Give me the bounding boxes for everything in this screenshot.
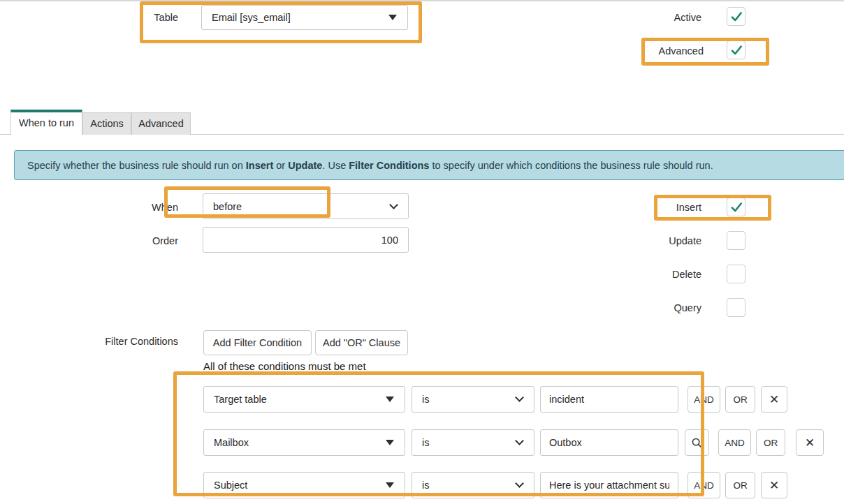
tab-when-to-run[interactable]: When to run: [10, 110, 82, 135]
search-icon: [691, 437, 703, 449]
delete-checkbox[interactable]: [727, 265, 745, 283]
banner-text: or: [273, 160, 288, 171]
table-select[interactable]: Email [sys_email]: [201, 5, 408, 30]
add-filter-condition-button[interactable]: Add Filter Condition: [203, 330, 312, 355]
condition-field-select[interactable]: Target table: [203, 386, 405, 413]
chevron-down-icon: [515, 479, 524, 488]
insert-checkbox-label: Insert: [615, 200, 701, 214]
chevron-down-icon: [515, 436, 524, 445]
query-checkbox[interactable]: [727, 298, 745, 317]
table-field-label: Table: [98, 10, 178, 24]
active-checkbox[interactable]: [727, 7, 745, 26]
condition-operator-value: is: [412, 480, 516, 491]
or-button[interactable]: OR: [725, 472, 755, 498]
and-button[interactable]: AND: [687, 472, 720, 498]
dropdown-triangle-icon: [386, 482, 394, 488]
order-input[interactable]: [203, 227, 409, 253]
when-field-label: When: [126, 200, 178, 214]
banner-text-bold: Insert: [246, 160, 274, 171]
delete-condition-button[interactable]: ✕: [761, 386, 787, 413]
condition-field-value: Target table: [204, 394, 386, 405]
condition-operator-select[interactable]: is: [412, 429, 534, 456]
condition-field-select[interactable]: Mailbox: [203, 429, 405, 456]
info-banner: Specify whether the business rule should…: [14, 150, 844, 180]
active-checkbox-label: Active: [615, 10, 701, 24]
chevron-down-icon: [389, 200, 398, 209]
condition-value-input[interactable]: [540, 472, 678, 498]
dropdown-triangle-icon: [388, 15, 397, 20]
business-rule-form: Table Email [sys_email] Active Advanced …: [0, 0, 844, 504]
condition-field-value: Subject: [204, 480, 386, 491]
table-select-value: Email [sys_email]: [202, 12, 388, 23]
condition-value-input[interactable]: [540, 429, 678, 456]
banner-text: . Use: [322, 160, 349, 171]
add-or-clause-button[interactable]: Add "OR" Clause: [315, 330, 408, 355]
order-field-label: Order: [126, 234, 178, 248]
condition-field-select[interactable]: Subject: [203, 472, 405, 498]
condition-value-input[interactable]: [540, 386, 678, 413]
dropdown-triangle-icon: [386, 396, 394, 402]
filter-conditions-label: Filter Conditions: [77, 334, 178, 348]
or-button[interactable]: OR: [756, 429, 785, 456]
conditions-match-text: All of these conditions must be met: [203, 360, 366, 372]
advanced-checkbox[interactable]: [727, 40, 745, 59]
query-checkbox-label: Query: [615, 301, 701, 315]
condition-operator-select[interactable]: is: [412, 472, 534, 498]
update-checkbox[interactable]: [727, 231, 745, 250]
condition-operator-select[interactable]: is: [412, 386, 534, 413]
update-checkbox-label: Update: [615, 234, 701, 248]
banner-text: to specify under which conditions the bu…: [429, 160, 713, 171]
and-button[interactable]: AND: [718, 429, 751, 456]
reference-lookup-button[interactable]: [685, 429, 709, 456]
tab-advanced[interactable]: Advanced: [131, 112, 191, 135]
tab-label: Actions: [90, 118, 124, 129]
banner-text: Specify whether the business rule should…: [27, 160, 246, 171]
when-select-value: before: [203, 201, 391, 212]
tab-actions[interactable]: Actions: [82, 112, 131, 135]
and-button[interactable]: AND: [687, 386, 720, 413]
checkmark-icon: [729, 43, 743, 57]
condition-operator-value: is: [412, 394, 516, 405]
when-select[interactable]: before: [203, 193, 409, 219]
advanced-checkbox-label: Advanced: [615, 44, 704, 58]
top-divider: [0, 0, 844, 1]
delete-condition-button[interactable]: ✕: [761, 472, 787, 498]
dropdown-triangle-icon: [386, 440, 394, 445]
chevron-down-icon: [515, 393, 524, 402]
or-button[interactable]: OR: [725, 386, 755, 413]
delete-condition-button[interactable]: ✕: [796, 429, 824, 456]
tab-label: When to run: [19, 117, 74, 128]
tab-label: Advanced: [138, 118, 184, 129]
banner-text-bold: Update: [288, 160, 322, 171]
condition-field-value: Mailbox: [204, 437, 386, 448]
insert-checkbox[interactable]: [727, 198, 745, 216]
condition-operator-value: is: [412, 437, 516, 448]
checkmark-icon: [729, 10, 743, 24]
checkmark-icon: [729, 200, 743, 214]
delete-checkbox-label: Delete: [615, 267, 701, 281]
banner-text-bold: Filter Conditions: [349, 160, 429, 171]
